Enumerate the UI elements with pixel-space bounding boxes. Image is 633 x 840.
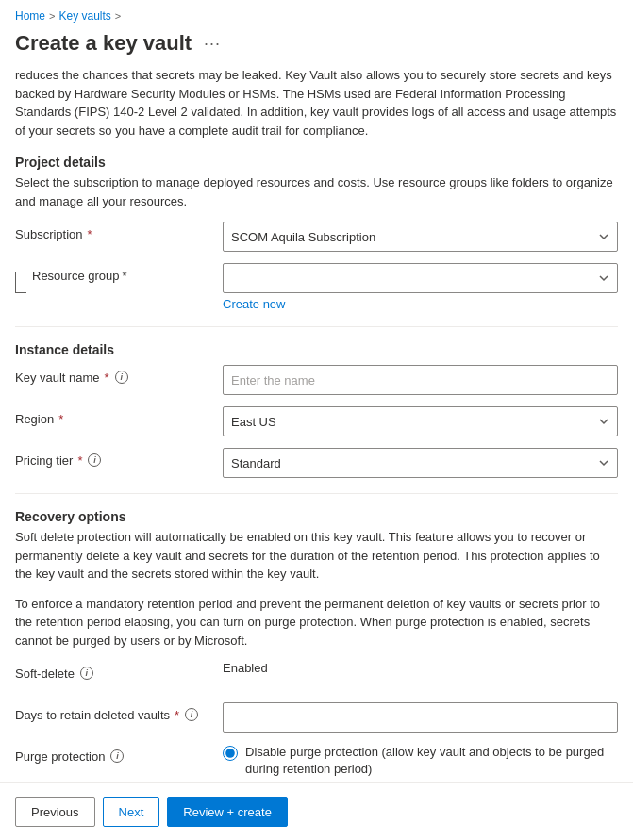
footer: Previous Next Review + create (0, 782, 633, 840)
resource-group-row: Resource group * Create new (15, 263, 618, 311)
ellipsis-button[interactable]: ··· (199, 30, 225, 57)
pricing-tier-select[interactable]: StandardPremium (223, 448, 618, 478)
resource-group-required: * (123, 269, 127, 283)
pricing-tier-required: * (77, 453, 82, 468)
days-retain-input[interactable]: 90 (223, 702, 618, 733)
subscription-required: * (88, 227, 92, 241)
pricing-tier-label: Pricing tier * i (15, 448, 223, 468)
create-new-link[interactable]: Create new (223, 297, 285, 311)
radio-disable-label: Disable purge protection (allow key vaul… (245, 744, 618, 778)
key-vault-name-label: Key vault name * i (15, 365, 223, 385)
ellipsis-icon: ··· (204, 34, 221, 54)
soft-delete-description: Soft delete protection will automaticall… (15, 528, 618, 584)
region-control: East USEast US 2West USWest US 2Central … (223, 406, 618, 436)
pricing-tier-control: StandardPremium (223, 448, 618, 478)
intro-description: reduces the chances that secrets may be … (15, 66, 618, 140)
resource-group-control: Create new (223, 263, 618, 311)
key-vault-name-control (223, 365, 618, 395)
region-label: Region * (15, 406, 223, 426)
days-retain-control: 90 (223, 702, 618, 733)
pricing-tier-row: Pricing tier * i StandardPremium (15, 448, 618, 478)
recovery-options-section: Recovery options Soft delete protection … (15, 509, 618, 828)
purge-protection-info-icon[interactable]: i (110, 749, 124, 763)
breadcrumb-key-vaults[interactable]: Key vaults (58, 9, 110, 23)
recovery-options-title: Recovery options (15, 509, 618, 524)
subscription-label: Subscription * (15, 222, 223, 241)
project-details-section: Project details Select the subscription … (15, 155, 618, 311)
resource-group-label: Resource group * (32, 269, 127, 283)
days-retain-required: * (175, 708, 179, 722)
subscription-control: SCOM Aquila Subscription (223, 222, 618, 252)
days-retain-info-icon[interactable]: i (185, 708, 198, 721)
soft-delete-row: Soft-delete i Enabled (15, 661, 618, 691)
purge-description: To enforce a mandatory retention period … (15, 595, 618, 651)
pricing-tier-info-icon[interactable]: i (88, 453, 101, 467)
soft-delete-label: Soft-delete i (15, 661, 223, 681)
instance-details-title: Instance details (15, 342, 618, 357)
page-title: Create a key vault (15, 31, 192, 56)
breadcrumb-sep1: > (49, 10, 55, 22)
divider-2 (15, 493, 618, 494)
resource-group-select[interactable] (223, 263, 618, 293)
main-content: reduces the chances that secrets may be … (0, 66, 633, 840)
divider-1 (15, 326, 618, 327)
soft-delete-value-wrap: Enabled (223, 661, 618, 675)
radio-disable-input[interactable] (223, 746, 238, 761)
key-vault-name-input[interactable] (223, 365, 618, 395)
breadcrumb-sep2: > (115, 10, 121, 22)
breadcrumb: Home > Key vaults > (0, 0, 633, 26)
days-retain-label: Days to retain deleted vaults * i (15, 702, 223, 722)
next-button[interactable]: Next (103, 797, 160, 827)
previous-button[interactable]: Previous (15, 797, 95, 827)
project-details-title: Project details (15, 155, 618, 170)
region-required: * (58, 412, 63, 426)
key-vault-name-row: Key vault name * i (15, 365, 618, 395)
resource-group-indent: Resource group * (15, 263, 223, 293)
review-create-button[interactable]: Review + create (167, 797, 288, 827)
region-select[interactable]: East USEast US 2West USWest US 2Central … (223, 406, 618, 436)
key-vault-name-required: * (105, 371, 109, 385)
soft-delete-info-icon[interactable]: i (80, 667, 93, 680)
radio-disable-option: Disable purge protection (allow key vaul… (223, 744, 618, 778)
days-retain-row: Days to retain deleted vaults * i 90 (15, 702, 618, 733)
breadcrumb-home[interactable]: Home (15, 9, 45, 23)
instance-details-section: Instance details Key vault name * i Regi… (15, 342, 618, 478)
indent-decoration (15, 272, 26, 293)
region-row: Region * East USEast US 2West USWest US … (15, 406, 618, 436)
key-vault-name-info-icon[interactable]: i (115, 371, 128, 384)
purge-protection-label: Purge protection i (15, 744, 223, 764)
soft-delete-value: Enabled (223, 655, 268, 675)
page-header: Create a key vault ··· (0, 26, 633, 66)
subscription-select[interactable]: SCOM Aquila Subscription (223, 222, 618, 252)
project-details-subtitle: Select the subscription to manage deploy… (15, 173, 618, 210)
subscription-row: Subscription * SCOM Aquila Subscription (15, 222, 618, 252)
